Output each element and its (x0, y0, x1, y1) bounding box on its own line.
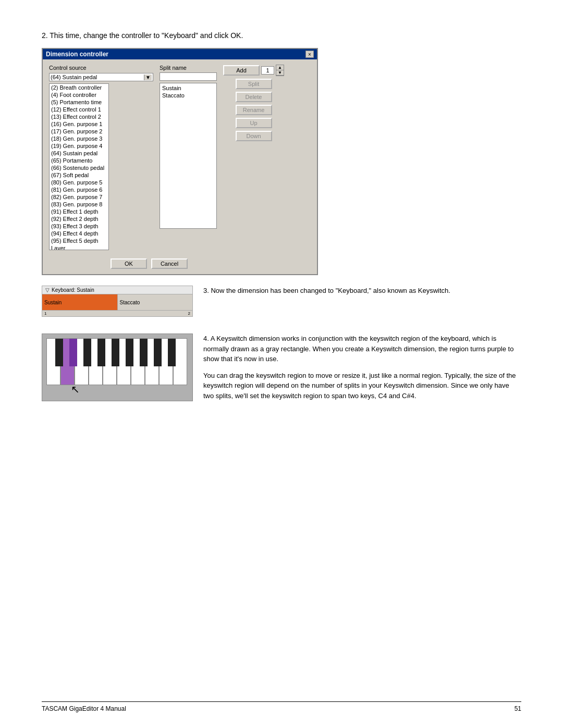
ruler-1: 1 (44, 311, 46, 316)
list-item[interactable]: (12) Effect control 1 (50, 106, 108, 113)
control-source-dropdown[interactable]: (64) Sustain pedal ▼ (49, 73, 153, 81)
triangle-icon: ▽ (45, 287, 50, 293)
section-4-row: ↖ 4. A Keyswitch dimension works in conj… (42, 334, 521, 401)
ok-button[interactable]: OK (111, 258, 147, 269)
list-item[interactable]: (16) Gen. purpose 1 (50, 120, 108, 128)
staccato-label: Staccato (120, 300, 140, 305)
spin-up-button[interactable]: ▲ (276, 65, 284, 70)
list-item[interactable]: (19) Gen. purpose 4 (50, 142, 108, 150)
footer-left: TASCAM GigaEditor 4 Manual (42, 705, 126, 712)
keyboard-strip-container: ▽ Keyboard: Sustain Sustain Staccato 1 2 (42, 286, 193, 321)
cursor-arrow: ↖ (71, 383, 80, 396)
section-4-para2: You can drag the keyswitch region to mov… (203, 371, 521, 401)
control-list-wrapper: (2) Breath controller(4) Foot controller… (49, 83, 153, 250)
list-item[interactable]: (17) Gen. purpose 2 (50, 128, 108, 135)
split-item[interactable]: Staccato (161, 92, 215, 99)
white-key-1 (46, 338, 60, 385)
keyboard-strip-title: Keyboard: Sustain (52, 287, 94, 293)
dialog-titlebar: Dimension controller × (43, 49, 317, 59)
dialog-title: Dimension controller (46, 51, 108, 58)
list-item[interactable]: (92) Effect 2 depth (50, 215, 108, 223)
white-keys-row (46, 338, 187, 385)
control-source-panel: Control source (64) Sustain pedal ▼ (2) … (49, 65, 153, 250)
ruler-strip: 1 2 (42, 310, 192, 316)
section-3-text: 3. Now the dimension has been changed to… (203, 286, 521, 296)
spin-down-button[interactable]: ▼ (276, 70, 284, 76)
list-item[interactable]: (83) Gen. purpose 8 (50, 201, 108, 208)
keyboard-strip-header: ▽ Keyboard: Sustain (42, 286, 192, 294)
list-item[interactable]: (13) Effect control 2 (50, 113, 108, 120)
split-item[interactable]: Sustain (161, 84, 215, 92)
list-item[interactable]: (94) Effect 4 depth (50, 230, 108, 237)
split-name-input[interactable] (160, 72, 217, 81)
dropdown-arrow-icon: ▼ (144, 75, 152, 80)
list-item[interactable]: (91) Effect 1 depth (50, 208, 108, 215)
page-footer: TASCAM GigaEditor 4 Manual 51 (42, 701, 521, 712)
split-name-panel: Split name SustainStaccato (160, 65, 217, 250)
delete-button[interactable]: Delete (236, 92, 272, 102)
list-item[interactable]: (80) Gen. purpose 5 (50, 179, 108, 186)
staccato-region: Staccato (118, 294, 193, 310)
list-item[interactable]: (64) Sustain pedal (50, 150, 108, 157)
sustain-region: Sustain (42, 294, 118, 310)
dialog-body: Control source (64) Sustain pedal ▼ (2) … (43, 59, 317, 255)
dialog-close-button[interactable]: × (305, 51, 314, 58)
spin-arrows: ▲ ▼ (276, 65, 284, 76)
list-item[interactable]: (18) Gen. purpose 3 (50, 135, 108, 142)
add-button[interactable]: Add (223, 65, 260, 76)
down-button[interactable]: Down (236, 131, 272, 141)
list-item[interactable]: (4) Foot controller (50, 91, 108, 98)
piano-area: ↖ (42, 334, 193, 401)
dimension-controller-dialog: Dimension controller × Control source (6… (42, 48, 318, 275)
sustain-label: Sustain (44, 300, 62, 305)
list-item[interactable]: (65) Portamento (50, 157, 108, 164)
add-row: Add ▲ ▼ (223, 65, 284, 76)
list-item[interactable]: (67) Soft pedal (50, 171, 108, 179)
dialog-footer: OK Cancel (43, 255, 317, 274)
dropdown-value: (64) Sustain pedal (51, 74, 97, 80)
keyboard-strip: ▽ Keyboard: Sustain Sustain Staccato 1 2 (42, 286, 193, 317)
list-item[interactable]: (2) Breath controller (50, 84, 108, 91)
section-4-para1: 4. A Keyswitch dimension works in conjun… (203, 334, 521, 364)
rename-button[interactable]: Rename (236, 105, 272, 115)
list-item[interactable]: (82) Gen. purpose 7 (50, 193, 108, 201)
list-item[interactable]: (93) Effect 3 depth (50, 223, 108, 230)
section-3-row: ▽ Keyboard: Sustain Sustain Staccato 1 2 (42, 286, 521, 321)
ruler-2: 2 (188, 311, 190, 316)
list-item[interactable]: Layer (50, 244, 108, 250)
keyboard-strip-body: Sustain Staccato (42, 294, 192, 310)
footer-right: 51 (515, 705, 521, 712)
split-button[interactable]: Split (236, 79, 272, 89)
control-source-label: Control source (49, 65, 153, 71)
add-count-input[interactable] (261, 66, 274, 75)
list-item[interactable]: (95) Effect 5 depth (50, 237, 108, 244)
split-name-label: Split name (160, 65, 217, 71)
intro-text: 2. This time, change the controller to "… (42, 31, 521, 40)
control-list[interactable]: (2) Breath controller(4) Foot controller… (49, 83, 109, 250)
up-button[interactable]: Up (236, 118, 272, 128)
list-item[interactable]: (66) Sostenuto pedal (50, 164, 108, 171)
list-item[interactable]: (81) Gen. purpose 6 (50, 186, 108, 193)
cancel-button[interactable]: Cancel (151, 258, 188, 269)
list-item[interactable]: (5) Portamento time (50, 98, 108, 106)
dialog-buttons-panel: Add ▲ ▼ Split Delete Rename Up Down (223, 65, 284, 250)
split-list[interactable]: SustainStaccato (160, 83, 217, 229)
section-4-text: 4. A Keyswitch dimension works in conjun… (203, 334, 521, 401)
